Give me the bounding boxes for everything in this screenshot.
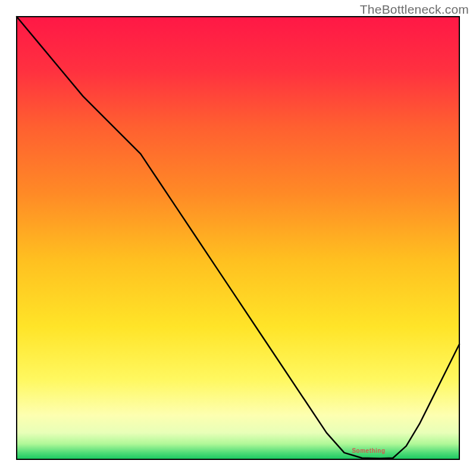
- chart-stage: TheBottleneck.com Something: [0, 0, 476, 476]
- watermark-text: TheBottleneck.com: [360, 2, 469, 17]
- valley-annotation: Something: [352, 447, 385, 454]
- chart-svg: Something: [0, 0, 476, 476]
- plot-background: [17, 17, 459, 459]
